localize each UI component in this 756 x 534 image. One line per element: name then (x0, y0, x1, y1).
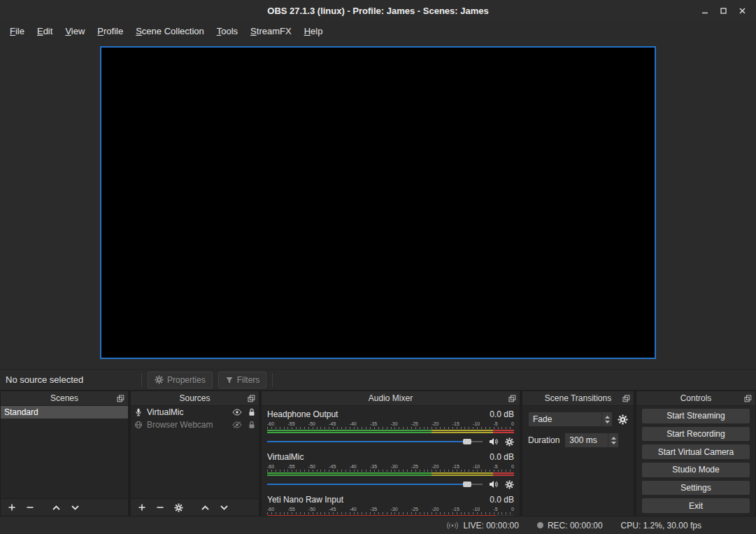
transition-select-arrows[interactable] (601, 412, 612, 426)
menu-tools[interactable]: Tools (211, 22, 244, 40)
tick-label: -5 (493, 464, 497, 469)
sources-list: VirtualMic (131, 406, 259, 498)
audio-mixer-dock-header: Audio Mixer (262, 391, 520, 406)
tick-label: -25 (411, 464, 418, 469)
mixer-channel-level: 0.0 dB (490, 409, 514, 419)
source-properties-gear-icon[interactable] (174, 503, 183, 512)
cpu-fps-text: CPU: 1.2%, 30.00 fps (621, 521, 701, 531)
remove-source-button[interactable] (156, 503, 164, 512)
properties-button[interactable]: Properties (148, 372, 213, 388)
rec-time: REC: 00:00:00 (548, 521, 603, 531)
start-streaming-button[interactable]: Start Streaming (642, 409, 750, 423)
exit-button[interactable]: Exit (642, 498, 750, 513)
controls-dock-header: Controls (636, 391, 755, 406)
duration-row: Duration 300 ms (528, 433, 628, 448)
dock-float-icon[interactable] (248, 395, 255, 402)
gear-icon (155, 375, 164, 384)
record-dot-icon (537, 522, 543, 528)
tick-label: -50 (308, 464, 315, 469)
tick-label: -25 (411, 421, 418, 426)
source-item-label: VirtualMic (147, 407, 183, 417)
transition-properties-gear-icon[interactable] (618, 414, 628, 425)
chevron-down-icon (605, 421, 610, 423)
obs-window: OBS 27.1.3 (linux) - Profile: James - Sc… (0, 0, 756, 534)
tick-label: -5 (493, 507, 497, 512)
tick-label: -60 (267, 464, 274, 469)
source-item-browser-webcam[interactable]: Browser Webcam (131, 419, 259, 431)
dock-float-icon[interactable] (744, 395, 752, 402)
remove-scene-button[interactable] (26, 503, 34, 512)
volume-slider[interactable] (267, 479, 483, 490)
channel-gear-icon[interactable] (505, 437, 514, 447)
source-move-down-button[interactable] (220, 505, 229, 511)
speaker-icon[interactable] (489, 437, 499, 446)
duration-label: Duration (528, 435, 559, 445)
menu-help[interactable]: Help (298, 22, 329, 40)
menu-profile[interactable]: Profile (91, 22, 129, 40)
window-controls (695, 0, 752, 21)
scene-move-up-button[interactable] (52, 505, 61, 511)
tick-label: -15 (452, 464, 459, 469)
dock-float-icon[interactable] (622, 395, 630, 402)
dock-float-icon[interactable] (508, 395, 516, 402)
add-source-button[interactable] (138, 503, 146, 512)
start-recording-button[interactable]: Start Recording (642, 427, 750, 442)
speaker-icon[interactable] (489, 480, 499, 489)
source-item-virtualmic[interactable]: VirtualMic (131, 406, 259, 419)
filters-button-label: Filters (237, 375, 260, 385)
lock-icon[interactable] (248, 421, 255, 429)
scenes-list: Standard (1, 406, 128, 498)
tick-label: -30 (390, 507, 397, 512)
rec-status: REC: 00:00:00 (537, 521, 603, 531)
mixer-channel-virtualmic: VirtualMic 0.0 dB -60-55-50-45-40-35-30-… (267, 452, 514, 490)
transition-select[interactable]: Fade (528, 412, 613, 427)
visibility-eye-slash-icon[interactable] (232, 421, 242, 428)
tick-label: -15 (452, 507, 459, 512)
transitions-panel: Fade (522, 406, 634, 516)
source-item-controls (232, 421, 255, 429)
audio-level-meter (267, 430, 514, 433)
minimize-button[interactable] (695, 0, 714, 21)
lock-icon[interactable] (248, 408, 255, 416)
tick-label: -10 (473, 464, 480, 469)
live-time: LIVE: 00:00:00 (463, 521, 518, 531)
close-button[interactable] (733, 0, 752, 21)
studio-mode-button[interactable]: Studio Mode (642, 463, 750, 477)
audio-level-meter (267, 515, 514, 516)
audio-mixer-dock-title: Audio Mixer (369, 393, 413, 403)
audio-level-meter (267, 472, 514, 476)
menu-scene-collection[interactable]: Scene Collection (129, 22, 211, 40)
menu-streamfx[interactable]: StreamFX (244, 22, 298, 40)
source-move-up-button[interactable] (201, 505, 210, 511)
channel-gear-icon[interactable] (505, 480, 514, 489)
duration-spinbox[interactable]: 300 ms (564, 433, 619, 448)
visibility-eye-icon[interactable] (232, 409, 242, 416)
start-virtual-camera-button[interactable]: Start Virtual Camera (642, 444, 750, 459)
transitions-dock-header: Scene Transitions (522, 391, 634, 406)
volume-slider-handle[interactable] (463, 482, 471, 487)
meter-tick-marks (267, 512, 514, 514)
volume-slider[interactable] (267, 436, 483, 447)
tick-label: -45 (329, 507, 336, 512)
menu-bar: File Edit View Profile Scene Collection … (0, 21, 756, 41)
duration-spin-arrows[interactable] (608, 433, 618, 447)
tick-label: 0 (511, 464, 514, 469)
meter-tick-marks (267, 427, 514, 429)
tick-label: -10 (473, 507, 480, 512)
menu-file[interactable]: File (3, 22, 31, 40)
settings-button[interactable]: Settings (642, 481, 750, 496)
volume-slider-handle[interactable] (463, 439, 471, 444)
scene-item-standard[interactable]: Standard (1, 406, 128, 419)
dock-float-icon[interactable] (117, 395, 124, 402)
tick-label: -35 (370, 464, 377, 469)
selection-status: No source selected (6, 374, 136, 385)
maximize-button[interactable] (714, 0, 733, 21)
preview-canvas[interactable] (100, 46, 656, 359)
scene-move-down-button[interactable] (71, 505, 80, 511)
spin-up-icon (611, 437, 616, 440)
menu-edit[interactable]: Edit (31, 22, 59, 40)
add-scene-button[interactable] (8, 503, 16, 512)
mixer-channel-name: VirtualMic (267, 452, 304, 462)
filters-button[interactable]: Filters (218, 372, 267, 388)
menu-view[interactable]: View (59, 22, 91, 40)
